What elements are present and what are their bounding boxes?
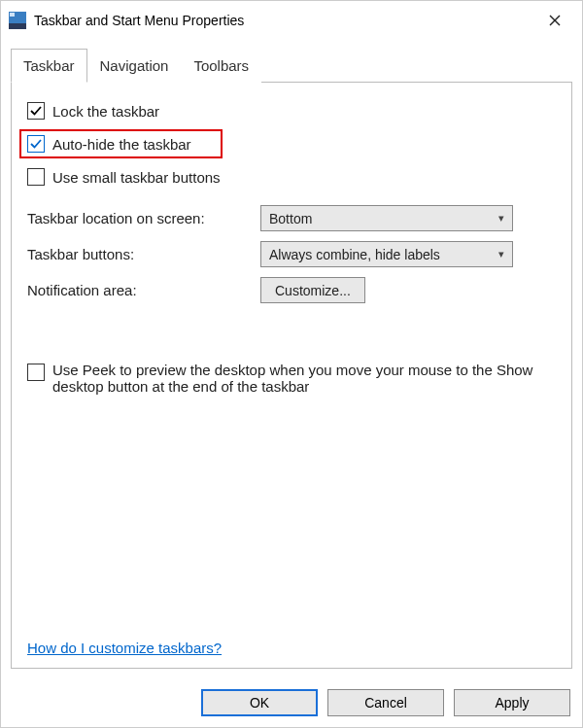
setting-notification-row: Notification area: Customize... xyxy=(27,277,556,303)
taskbar-panel: Lock the taskbar Auto-hide the taskbar U… xyxy=(11,82,572,669)
svg-rect-2 xyxy=(10,13,15,17)
apply-button[interactable]: Apply xyxy=(454,689,570,716)
autohide-label: Auto-hide the taskbar xyxy=(52,136,215,153)
help-link[interactable]: How do I customize taskbars? xyxy=(27,640,222,656)
ok-button[interactable]: OK xyxy=(201,689,318,716)
lock-checkbox[interactable] xyxy=(27,102,45,120)
svg-rect-1 xyxy=(9,23,26,29)
dialog-footer: OK Cancel Apply xyxy=(1,678,582,727)
location-value: Bottom xyxy=(269,211,312,226)
peek-label: Use Peek to preview the desktop when you… xyxy=(52,362,556,395)
tab-toolbars[interactable]: Toolbars xyxy=(181,49,261,83)
setting-location-row: Taskbar location on screen: Bottom ▾ xyxy=(27,205,556,231)
location-dropdown[interactable]: Bottom ▾ xyxy=(260,205,513,231)
tab-strip: Taskbar Navigation Toolbars xyxy=(11,48,572,82)
window-title: Taskbar and Start Menu Properties xyxy=(34,13,535,28)
option-autohide-row: Auto-hide the taskbar xyxy=(27,129,556,158)
buttons-dropdown[interactable]: Always combine, hide labels ▾ xyxy=(260,241,513,267)
taskbar-icon xyxy=(9,12,26,29)
buttons-value: Always combine, hide labels xyxy=(269,247,440,262)
notification-label: Notification area: xyxy=(27,282,260,298)
close-button[interactable] xyxy=(535,5,574,36)
option-lock-row: Lock the taskbar xyxy=(27,102,556,120)
option-peek-row: Use Peek to preview the desktop when you… xyxy=(27,362,556,395)
setting-buttons-row: Taskbar buttons: Always combine, hide la… xyxy=(27,241,556,267)
customize-button[interactable]: Customize... xyxy=(260,277,365,303)
chevron-down-icon: ▾ xyxy=(498,248,504,260)
help-link-row: How do I customize taskbars? xyxy=(27,640,556,656)
location-label: Taskbar location on screen: xyxy=(27,210,260,226)
peek-checkbox[interactable] xyxy=(27,364,45,381)
autohide-highlight: Auto-hide the taskbar xyxy=(19,129,223,158)
client-area: Taskbar Navigation Toolbars Lock the tas… xyxy=(1,40,582,678)
properties-dialog: Taskbar and Start Menu Properties Taskba… xyxy=(0,0,583,728)
smallbuttons-label: Use small taskbar buttons xyxy=(52,169,221,186)
chevron-down-icon: ▾ xyxy=(498,212,504,225)
cancel-button[interactable]: Cancel xyxy=(327,689,444,716)
tab-taskbar[interactable]: Taskbar xyxy=(11,49,87,83)
lock-label: Lock the taskbar xyxy=(52,103,159,120)
buttons-label: Taskbar buttons: xyxy=(27,246,260,262)
tab-navigation[interactable]: Navigation xyxy=(87,49,182,83)
smallbuttons-checkbox[interactable] xyxy=(27,168,45,186)
autohide-checkbox[interactable] xyxy=(27,135,45,153)
titlebar: Taskbar and Start Menu Properties xyxy=(1,1,582,40)
option-smallbuttons-row: Use small taskbar buttons xyxy=(27,168,556,186)
